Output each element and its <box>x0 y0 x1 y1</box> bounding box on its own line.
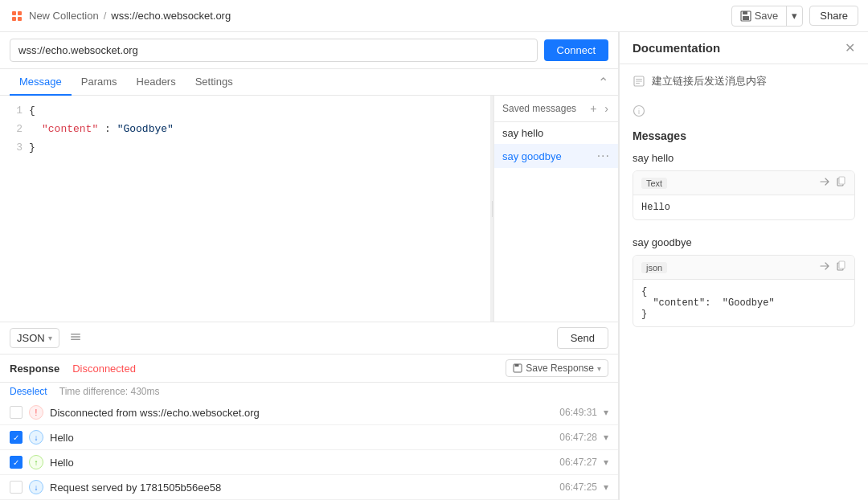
send-button[interactable]: Send <box>557 327 608 349</box>
add-saved-message-btn[interactable]: + <box>588 102 598 115</box>
top-bar-actions: Save ▾ Share <box>731 6 858 27</box>
response-row-check-0[interactable] <box>10 406 23 419</box>
doc-message-card-actions-say-goodbye <box>819 260 846 274</box>
response-row-text-2: Hello <box>50 457 553 469</box>
doc-message-name-say-goodbye: say goodbye <box>633 236 855 248</box>
saved-item-say-hello[interactable]: say hello <box>494 122 618 144</box>
saved-item-say-goodbye[interactable]: say goodbye ··· <box>494 144 618 168</box>
doc-message-card-header-say-hello: Text <box>633 171 854 195</box>
top-bar: New Collection / wss://echo.websocket.or… <box>0 0 868 32</box>
line-num-2: 2 <box>10 121 23 138</box>
collection-icon <box>10 9 24 23</box>
navigate-saved-btn[interactable]: › <box>603 102 610 115</box>
doc-messages-title: Messages <box>633 129 855 142</box>
response-header: Response Disconnected Save Response ▾ <box>0 355 618 383</box>
saved-messages-pane: Saved messages + › say hello say goodbye… <box>493 96 618 322</box>
response-row-3[interactable]: ↓ Request served by 1781505b56ee58 06:47… <box>0 475 618 500</box>
save-response-btn[interactable]: Save Response ▾ <box>506 359 608 377</box>
doc-message-card-say-goodbye: json <box>633 255 855 327</box>
svg-rect-11 <box>515 364 519 367</box>
response-meta: Deselect Time difference: 430ms <box>0 383 618 400</box>
disconnected-badge: Disconnected <box>72 363 136 375</box>
svg-rect-0 <box>12 11 16 15</box>
response-row-time-3: 06:47:25 <box>559 482 597 493</box>
up-icon-2: ↑ <box>29 455 43 469</box>
save-button-group: Save ▾ <box>731 6 804 27</box>
response-row-check-3[interactable] <box>10 481 23 494</box>
line-content-1: { <box>29 103 35 120</box>
editor-line-1: 1 { <box>0 102 490 121</box>
response-row-time-0: 06:49:31 <box>559 407 597 418</box>
down-icon-3: ↓ <box>29 480 43 494</box>
svg-rect-7 <box>71 334 80 335</box>
tabs-collapse-btn[interactable]: ⌃ <box>598 75 608 90</box>
doc-message-use-btn-say-goodbye[interactable] <box>819 260 830 274</box>
line-num-1: 1 <box>10 103 23 120</box>
documentation-close-btn[interactable]: ✕ <box>845 40 855 55</box>
saved-header-actions: + › <box>588 102 610 115</box>
response-row-time-1: 06:47:28 <box>559 432 597 443</box>
format-select[interactable]: JSON ▾ <box>10 328 59 348</box>
url-bar: Connect <box>0 32 618 69</box>
doc-message-name-say-hello: say hello <box>633 152 855 164</box>
response-row-text-0: Disconnected from wss://echo.websocket.o… <box>50 407 553 419</box>
response-row-1[interactable]: ↓ Hello 06:47:28 ▾ <box>0 425 618 450</box>
response-row-expand-1[interactable]: ▾ <box>604 432 608 443</box>
share-button[interactable]: Share <box>809 6 858 26</box>
editor-line-3: 3 } <box>0 139 490 158</box>
response-row-2[interactable]: ↑ Hello 06:47:27 ▾ <box>0 450 618 475</box>
doc-message-card-say-hello: Text <box>633 170 855 220</box>
doc-message-copy-btn-say-hello[interactable] <box>835 176 846 190</box>
response-row-0[interactable]: ! Disconnected from wss://echo.websocket… <box>0 400 618 425</box>
connect-button[interactable]: Connect <box>544 39 608 61</box>
tab-headers[interactable]: Headers <box>127 69 186 96</box>
doc-message-body-say-goodbye: { "content": "Goodbye" } <box>633 280 854 326</box>
svg-rect-3 <box>18 17 22 21</box>
deselect-btn[interactable]: Deselect <box>10 386 47 397</box>
response-row-text-1: Hello <box>50 432 553 444</box>
svg-rect-21 <box>839 261 845 268</box>
svg-rect-14 <box>636 81 642 82</box>
format-options-icon[interactable] <box>66 327 85 349</box>
left-panel: Connect Message Params Headers Settings … <box>0 32 619 500</box>
response-row-expand-0[interactable]: ▾ <box>604 407 608 418</box>
response-row-expand-3[interactable]: ▾ <box>604 482 608 493</box>
response-row-expand-2[interactable]: ▾ <box>604 457 608 468</box>
doc-text-icon <box>633 75 645 88</box>
response-title: Response <box>10 363 59 375</box>
format-chevron-icon: ▾ <box>48 334 52 342</box>
svg-rect-2 <box>12 17 16 21</box>
bottom-bar: JSON ▾ Send <box>0 322 618 354</box>
doc-message-use-btn-say-hello[interactable] <box>819 176 830 190</box>
saved-item-menu-btn[interactable]: ··· <box>597 149 610 163</box>
doc-message-type-say-hello: Text <box>641 178 667 189</box>
time-diff: Time difference: 430ms <box>59 386 160 397</box>
doc-message-copy-btn-say-goodbye[interactable] <box>835 260 846 274</box>
breadcrumb-url: wss://echo.websocket.org <box>111 10 231 22</box>
response-row-check-2[interactable] <box>10 456 23 469</box>
error-icon-0: ! <box>29 405 43 420</box>
save-dropdown-btn[interactable]: ▾ <box>787 6 802 25</box>
svg-rect-13 <box>636 79 642 80</box>
editor-line-2: 2 "content" : "Goodbye" <box>0 121 490 139</box>
save-icon <box>740 10 751 22</box>
documentation-title: Documentation <box>633 41 720 55</box>
save-response-dropdown-icon: ▾ <box>597 364 601 373</box>
tab-params[interactable]: Params <box>72 69 127 96</box>
breadcrumb-sep: / <box>104 10 107 22</box>
down-icon-1: ↓ <box>29 430 43 445</box>
svg-rect-5 <box>743 11 747 14</box>
url-input[interactable] <box>10 39 538 62</box>
save-button[interactable]: Save <box>732 6 787 25</box>
svg-rect-9 <box>71 339 80 341</box>
doc-message-group-say-hello: say hello Text <box>633 152 855 220</box>
documentation-content: 建立链接后发送消息内容 i Messages say hello Text <box>620 64 868 500</box>
breadcrumb: New Collection / wss://echo.websocket.or… <box>10 9 231 23</box>
editor-pane[interactable]: 1 { 2 "content" : "Goodbye" 3 } <box>0 96 490 322</box>
svg-rect-19 <box>839 177 845 184</box>
doc-message-type-say-goodbye: json <box>641 262 667 273</box>
tab-settings[interactable]: Settings <box>186 69 243 96</box>
tab-message[interactable]: Message <box>10 69 72 96</box>
saved-messages-header: Saved messages + › <box>494 96 618 122</box>
response-row-check-1[interactable] <box>10 431 23 444</box>
